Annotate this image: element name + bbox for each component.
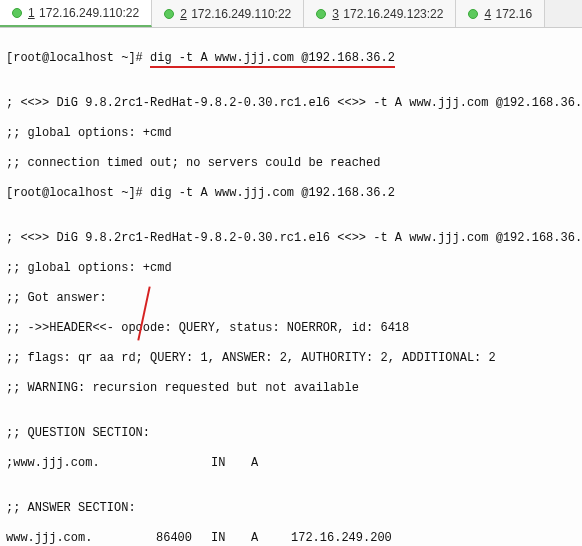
section-header: ;; ANSWER SECTION:	[6, 501, 576, 516]
terminal-output[interactable]: [root@localhost ~]# dig -t A www.jjj.com…	[0, 28, 582, 546]
output-line: ;; flags: qr aa rd; QUERY: 1, ANSWER: 2,…	[6, 351, 576, 366]
tab-num: 3	[332, 7, 339, 21]
status-dot-icon	[316, 9, 326, 19]
dns-row: www.jjj.com.86400INA172.16.249.200	[6, 531, 406, 546]
tab-3[interactable]: 3 172.16.249.123:22	[304, 0, 456, 27]
tab-1[interactable]: 1 172.16.249.110:22	[0, 0, 152, 27]
shell-prompt: [root@localhost ~]#	[6, 51, 150, 65]
tab-2[interactable]: 2 172.16.249.110:22	[152, 0, 304, 27]
command-text: dig -t A www.jjj.com @192.168.36.2	[150, 51, 395, 66]
annotation-underline	[150, 66, 395, 68]
tab-num: 1	[28, 6, 35, 20]
tab-label: 172.16	[495, 7, 532, 21]
output-line: [root@localhost ~]# dig -t A www.jjj.com…	[6, 186, 576, 201]
status-dot-icon	[164, 9, 174, 19]
section-header: ;; QUESTION SECTION:	[6, 426, 576, 441]
output-line: ; <<>> DiG 9.8.2rc1-RedHat-9.8.2-0.30.rc…	[6, 231, 576, 246]
status-dot-icon	[12, 8, 22, 18]
output-line: ;; connection timed out; no servers coul…	[6, 156, 576, 171]
tab-num: 4	[484, 7, 491, 21]
tab-4[interactable]: 4 172.16	[456, 0, 545, 27]
output-line: ;; ->>HEADER<<- opcode: QUERY, status: N…	[6, 321, 576, 336]
output-line: ; <<>> DiG 9.8.2rc1-RedHat-9.8.2-0.30.rc…	[6, 96, 576, 111]
output-line: ;; Got answer:	[6, 291, 576, 306]
output-line: ;; WARNING: recursion requested but not …	[6, 381, 576, 396]
tab-label: 172.16.249.123:22	[343, 7, 443, 21]
tab-bar: 1 172.16.249.110:22 2 172.16.249.110:22 …	[0, 0, 582, 28]
dns-row: ;www.jjj.com.INA	[6, 456, 305, 471]
status-dot-icon	[468, 9, 478, 19]
question-section: ;www.jjj.com.INA	[6, 456, 305, 471]
answer-section: www.jjj.com.86400INA172.16.249.200 www.j…	[6, 531, 406, 546]
tab-num: 2	[180, 7, 187, 21]
output-line: ;; global options: +cmd	[6, 261, 576, 276]
tab-label: 172.16.249.110:22	[191, 7, 291, 21]
tab-label: 172.16.249.110:22	[39, 6, 139, 20]
output-line: ;; global options: +cmd	[6, 126, 576, 141]
